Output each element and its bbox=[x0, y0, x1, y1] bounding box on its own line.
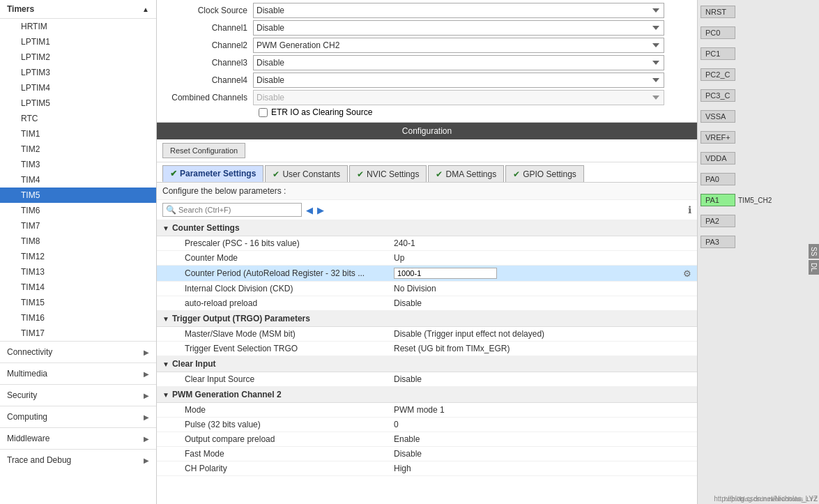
section-label: Clear Input bbox=[172, 359, 216, 369]
param-value-input[interactable] bbox=[394, 268, 497, 279]
param-name: Counter Mode bbox=[185, 253, 394, 263]
sidebar-item-tim3[interactable]: TIM3 bbox=[0, 157, 156, 172]
pin-item-vdda: VDDA bbox=[701, 149, 816, 167]
sidebar-item-computing[interactable]: Computing ▶ bbox=[0, 406, 156, 427]
sidebar-item-tim12[interactable]: TIM12 bbox=[0, 249, 156, 264]
tab-user-constants[interactable]: ✔User Constants bbox=[265, 165, 348, 182]
gear-icon[interactable]: ⚙ bbox=[683, 268, 691, 279]
search-input-wrap: 🔍 bbox=[162, 203, 302, 217]
tim5-ch2-annotation: TIM5_CH2 bbox=[738, 197, 772, 204]
sidebar-item-middleware[interactable]: Middleware ▶ bbox=[0, 427, 156, 449]
config-select-channel3[interactable]: Disable bbox=[253, 55, 664, 70]
sidebar-item-tim15[interactable]: TIM15 bbox=[0, 295, 156, 310]
config-row-clock-source: Clock SourceDisable bbox=[162, 3, 691, 18]
vertical-tabs: SSDL bbox=[809, 244, 819, 275]
param-row: Trigger Event Selection TRGOReset (UG bi… bbox=[157, 342, 697, 356]
pin-item-pc0: PC0 bbox=[701, 24, 816, 42]
vertical-tab-ss[interactable]: SS bbox=[809, 244, 819, 259]
param-row: ModePWM mode 1 bbox=[157, 403, 697, 418]
pin-label[interactable]: PC0 bbox=[701, 26, 735, 39]
pin-label[interactable]: PA1 bbox=[701, 194, 735, 206]
sidebar-item-tim6[interactable]: TIM6 bbox=[0, 203, 156, 218]
pin-label[interactable]: PA3 bbox=[701, 236, 735, 248]
sidebar-item-lptim4[interactable]: LPTIM4 bbox=[0, 80, 156, 96]
sidebar-item-tim14[interactable]: TIM14 bbox=[0, 280, 156, 295]
sidebar-item-lptim5[interactable]: LPTIM5 bbox=[0, 96, 156, 111]
tabs-row: ✔Parameter Settings✔User Constants✔NVIC … bbox=[157, 162, 697, 183]
nav-next-icon[interactable]: ▶ bbox=[317, 205, 324, 215]
pin-label[interactable]: PA2 bbox=[701, 215, 735, 227]
sidebar-item-tim17[interactable]: TIM17 bbox=[0, 326, 156, 341]
param-name: Output compare preload bbox=[185, 434, 394, 444]
param-name: Pulse (32 bits value) bbox=[185, 420, 394, 429]
search-input[interactable] bbox=[178, 206, 283, 214]
param-row: Fast ModeDisable bbox=[157, 447, 697, 461]
sidebar-item-trace-debug[interactable]: Trace and Debug ▶ bbox=[0, 449, 156, 471]
param-name: Internal Clock Division (CKD) bbox=[185, 284, 394, 293]
sidebar-item-multimedia[interactable]: Multimedia ▶ bbox=[0, 362, 156, 384]
sidebar-item-tim4[interactable]: TIM4 bbox=[0, 172, 156, 188]
sidebar-item-tim1[interactable]: TIM1 bbox=[0, 126, 156, 142]
tab-dma-settings[interactable]: ✔DMA Settings bbox=[428, 165, 504, 182]
pin-label[interactable]: PC2_C bbox=[701, 68, 735, 81]
sidebar-item-tim2[interactable]: TIM2 bbox=[0, 142, 156, 157]
param-row: Prescaler (PSC - 16 bits value)240-1 bbox=[157, 236, 697, 251]
sidebar-timers-header[interactable]: Timers ▲ bbox=[0, 0, 156, 19]
tab-nvic-settings[interactable]: ✔NVIC Settings bbox=[349, 165, 427, 182]
sidebar-item-tim13[interactable]: TIM13 bbox=[0, 264, 156, 280]
pin-label[interactable]: PA0 bbox=[701, 173, 735, 185]
param-value: PWM mode 1 bbox=[394, 405, 691, 415]
pin-label[interactable]: VDDA bbox=[701, 152, 735, 165]
search-row: 🔍 ◀ ▶ ℹ bbox=[157, 200, 697, 220]
nav-prev-icon[interactable]: ◀ bbox=[306, 205, 313, 215]
sidebar-item-lptim2[interactable]: LPTIM2 bbox=[0, 49, 156, 65]
param-section-header[interactable]: ▼PWM Generation Channel 2 bbox=[157, 387, 697, 403]
param-section-header[interactable]: ▼Counter Settings bbox=[157, 220, 697, 236]
pin-item-pc3_c: PC3_C bbox=[701, 86, 816, 105]
sidebar-item-tim16[interactable]: TIM16 bbox=[0, 310, 156, 326]
sidebar-item-connectivity[interactable]: Connectivity ▶ bbox=[0, 341, 156, 362]
reset-config-button[interactable]: Reset Configuration bbox=[162, 143, 245, 158]
param-section-header[interactable]: ▼Trigger Output (TRGO) Parameters bbox=[157, 311, 697, 327]
sidebar: Timers ▲ HRTIMLPTIM1LPTIM2LPTIM3LPTIM4LP… bbox=[0, 0, 157, 504]
sidebar-item-rtc[interactable]: RTC bbox=[0, 111, 156, 126]
tab-check-icon: ✔ bbox=[273, 169, 280, 179]
config-select-channel2[interactable]: PWM Generation CH2 bbox=[253, 38, 664, 53]
tab-label: Parameter Settings bbox=[180, 169, 256, 178]
pin-label[interactable]: VREF+ bbox=[701, 131, 735, 144]
tab-check-icon: ✔ bbox=[170, 169, 177, 178]
config-row-channel1: Channel1Disable bbox=[162, 20, 691, 36]
pin-item-pc2_c: PC2_C bbox=[701, 66, 816, 84]
config-row-channel2: Channel2PWM Generation CH2 bbox=[162, 38, 691, 53]
sidebar-item-tim7[interactable]: TIM7 bbox=[0, 218, 156, 234]
etr-checkbox[interactable] bbox=[259, 108, 268, 117]
param-name: auto-reload preload bbox=[185, 298, 394, 308]
sidebar-item-tim5[interactable]: TIM5 bbox=[0, 188, 156, 203]
config-select-clock-source[interactable]: Disable bbox=[253, 3, 664, 18]
config-label: Channel1 bbox=[162, 23, 253, 33]
config-label: Channel2 bbox=[162, 40, 253, 50]
sidebar-item-tim8[interactable]: TIM8 bbox=[0, 234, 156, 249]
config-select-combined-channels[interactable]: Disable bbox=[253, 90, 664, 105]
sidebar-item-hrtim[interactable]: HRTIM bbox=[0, 19, 156, 34]
pin-label[interactable]: VSSA bbox=[701, 110, 735, 123]
param-value: Disable bbox=[394, 449, 691, 459]
pin-label[interactable]: NRST bbox=[701, 6, 735, 18]
config-select-channel1[interactable]: Disable bbox=[253, 20, 664, 36]
sidebar-item-lptim3[interactable]: LPTIM3 bbox=[0, 65, 156, 80]
config-select-channel4[interactable]: Disable bbox=[253, 72, 664, 88]
sidebar-timers-label: Timers bbox=[7, 4, 34, 14]
vertical-tab-dl[interactable]: DL bbox=[809, 260, 819, 275]
tab-parameter-settings[interactable]: ✔Parameter Settings bbox=[162, 165, 263, 182]
sidebar-item-security[interactable]: Security ▶ bbox=[0, 384, 156, 406]
tab-gpio-settings[interactable]: ✔GPIO Settings bbox=[505, 165, 584, 182]
config-top: Clock SourceDisableChannel1DisableChanne… bbox=[157, 0, 697, 123]
pin-item-vref+: VREF+ bbox=[701, 128, 816, 146]
triangle-icon: ▼ bbox=[162, 360, 169, 368]
pin-item-nrst: NRST bbox=[701, 3, 816, 21]
info-icon[interactable]: ℹ bbox=[688, 204, 691, 215]
param-section-header[interactable]: ▼Clear Input bbox=[157, 356, 697, 372]
pin-label[interactable]: PC3_C bbox=[701, 89, 735, 102]
sidebar-item-lptim1[interactable]: LPTIM1 bbox=[0, 34, 156, 49]
pin-label[interactable]: PC1 bbox=[701, 47, 735, 60]
